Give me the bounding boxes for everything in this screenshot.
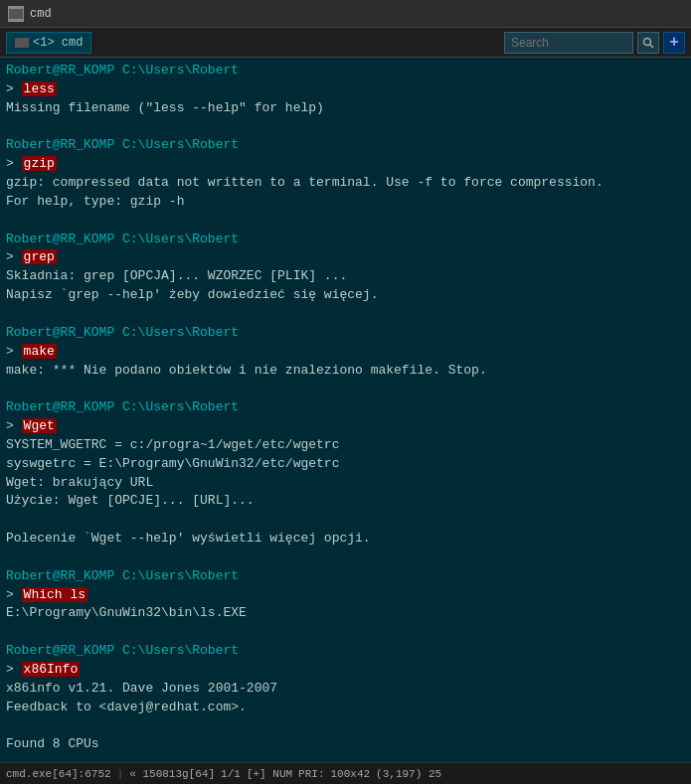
svg-line-3 — [650, 44, 653, 47]
prompt-line: Robert@RR_KOMP C:\Users\Robert — [6, 136, 685, 155]
search-area: + — [504, 32, 685, 54]
cmd-icon: _ — [8, 6, 24, 22]
status-priority: PRI: — [298, 768, 324, 780]
blank-line — [6, 549, 685, 567]
cmd-line: > Which ls — [6, 586, 685, 605]
output-line: Składnia: grep [OPCJA]... WZORZEC [PLIK]… — [6, 267, 685, 286]
prompt-line: Robert@RR_KOMP C:\Users\Robert — [6, 62, 685, 80]
output-line: Wget: brakujący URL — [6, 474, 685, 493]
svg-text:_: _ — [11, 10, 17, 19]
status-lineinfo: 1/1 — [221, 768, 241, 780]
cmd-highlight: make — [22, 344, 57, 359]
search-button[interactable] — [637, 32, 659, 54]
output-line: Napisz `grep --help' żeby dowiedzieć się… — [6, 286, 685, 305]
output-line: gzip: compressed data not written to a t… — [6, 174, 685, 193]
status-process: cmd.exe[64]:6752 — [6, 768, 111, 780]
output-line: Feedback to <davej@redhat.com>. — [6, 699, 685, 717]
search-icon — [642, 37, 654, 49]
output-line: Found 8 CPUs — [6, 735, 685, 754]
cmd-highlight: Which ls — [22, 587, 87, 602]
output-line: Użycie: Wget [OPCJE]... [URL]... — [6, 492, 685, 511]
terminal-tab-label: <1> cmd — [33, 36, 83, 50]
output-line: make: *** Nie podano obiektów i nie znal… — [6, 362, 685, 381]
prompt-line: Robert@RR_KOMP C:\Users\Robert — [6, 324, 685, 343]
output-line: For help, type: gzip -h — [6, 193, 685, 212]
status-flags: [+] NUM — [247, 768, 292, 780]
output-line: SYSTEM_WGETRC = c:/progra~1/wget/etc/wge… — [6, 436, 685, 455]
output-line: Polecenie `Wget --help' wyświetli więcej… — [6, 530, 685, 549]
prompt-line: Robert@RR_KOMP C:\Users\Robert — [6, 231, 685, 249]
add-tab-button[interactable]: + — [663, 32, 685, 54]
cmd-line: > make — [6, 343, 685, 362]
output-line: ----------------------------------------… — [6, 754, 685, 762]
output-line: Missing filename ("less --help" for help… — [6, 99, 685, 118]
title-bar-title: cmd — [30, 7, 52, 21]
status-pos: « 150813g[64] — [129, 768, 215, 780]
status-zoom: 100x42 — [331, 768, 371, 780]
cmd-line: > x86Info — [6, 661, 685, 680]
blank-line — [6, 212, 685, 231]
blank-line — [6, 623, 685, 642]
blank-line — [6, 118, 685, 137]
cmd-highlight: gzip — [22, 156, 57, 171]
blank-line — [6, 380, 685, 398]
output-line: x86info v1.21. Dave Jones 2001-2007 — [6, 680, 685, 699]
search-input[interactable] — [504, 32, 633, 54]
cmd-line: > less — [6, 80, 685, 99]
blank-line — [6, 717, 685, 736]
output-line: E:\Programy\GnuWin32\bin\ls.EXE — [6, 604, 685, 623]
cmd-highlight: Wget — [22, 418, 57, 433]
prompt-line: Robert@RR_KOMP C:\Users\Robert — [6, 642, 685, 661]
cmd-line: > gzip — [6, 155, 685, 174]
svg-point-2 — [644, 38, 651, 45]
status-coords: (3,197) 25 — [376, 768, 441, 780]
prompt-line: Robert@RR_KOMP C:\Users\Robert — [6, 567, 685, 586]
terminal-tab-icon — [15, 38, 29, 48]
cmd-line: > grep — [6, 248, 685, 267]
terminal-tab[interactable]: <1> cmd — [6, 32, 91, 54]
blank-line — [6, 511, 685, 530]
cmd-highlight: less — [22, 81, 57, 96]
cmd-highlight: x86Info — [22, 662, 81, 677]
cmd-highlight: grep — [22, 249, 57, 264]
title-bar: _ cmd — [0, 0, 691, 28]
cmd-line: > Wget — [6, 417, 685, 436]
prompt-line: Robert@RR_KOMP C:\Users\Robert — [6, 398, 685, 417]
output-line: syswgetrc = E:\Programy\GnuWin32/etc/wge… — [6, 455, 685, 474]
status-bar: cmd.exe[64]:6752 | « 150813g[64] 1/1 [+]… — [0, 762, 691, 784]
tab-bar: <1> cmd + — [0, 28, 691, 58]
blank-line — [6, 305, 685, 324]
terminal-content: Robert@RR_KOMP C:\Users\Robert> lessMiss… — [0, 58, 691, 762]
